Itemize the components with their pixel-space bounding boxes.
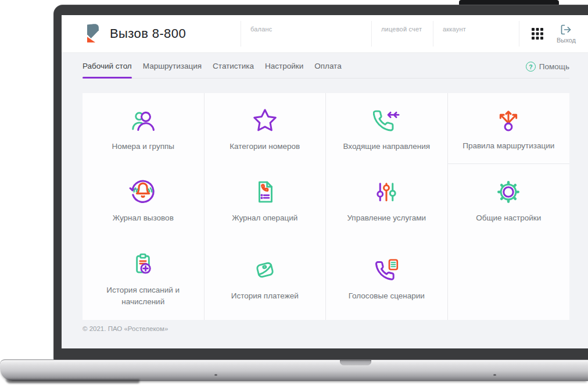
tile-numbers-and-groups[interactable]: Номера и группы bbox=[83, 93, 205, 164]
users-icon bbox=[130, 105, 156, 136]
copyright-text: © 2021. ПАО «Ростелеком» bbox=[83, 325, 588, 332]
tab-statistics[interactable]: Статистика bbox=[213, 62, 254, 78]
tile-label: Общие настройки bbox=[476, 212, 541, 224]
tile-label: История платежей bbox=[231, 290, 299, 302]
wallet-icon bbox=[252, 255, 278, 285]
tile-general-settings[interactable]: Общие настройки bbox=[448, 164, 570, 237]
call-history-icon bbox=[129, 177, 157, 207]
help-label: Помощь bbox=[539, 62, 569, 71]
tile-label: Номера и группы bbox=[112, 141, 174, 152]
tab-dashboard[interactable]: Рабочий стол bbox=[83, 62, 132, 78]
account-field: аккаунт bbox=[433, 21, 519, 47]
brand-logo-icon bbox=[83, 23, 102, 45]
voice-script-icon bbox=[373, 255, 400, 285]
base-shadow bbox=[6, 379, 139, 383]
tile-voice-scenarios[interactable]: Голосовые сценарии bbox=[326, 237, 448, 320]
laptop-base bbox=[0, 359, 588, 381]
dashboard-grid: Номера и группы Категории номеров bbox=[83, 93, 569, 320]
nav-tabs-row: Рабочий стол Маршрутизация Статистика На… bbox=[83, 53, 569, 79]
logout-button[interactable]: Выход bbox=[557, 24, 576, 44]
balance-field: баланс bbox=[241, 21, 371, 47]
header-actions: Выход bbox=[519, 21, 576, 47]
tile-label: Правила маршрутизации bbox=[462, 140, 554, 152]
tile-label: Управление услугами bbox=[347, 212, 426, 224]
tile-call-log[interactable]: Журнал вызовов bbox=[83, 164, 205, 237]
nav-tabs: Рабочий стол Маршрутизация Статистика На… bbox=[83, 62, 569, 78]
operations-document-icon bbox=[252, 177, 278, 207]
tile-label: Категории номеров bbox=[230, 141, 300, 152]
logout-label: Выход bbox=[557, 37, 576, 44]
balance-label: баланс bbox=[250, 26, 371, 33]
logout-icon bbox=[560, 24, 572, 35]
personal-account-field: лицевой счет bbox=[371, 21, 433, 47]
tile-incoming-directions[interactable]: Входящие направления bbox=[326, 93, 448, 164]
help-link[interactable]: ? Помощь bbox=[526, 62, 569, 72]
base-screw bbox=[493, 374, 496, 376]
app-title: Вызов 8-800 bbox=[110, 26, 186, 41]
laptop-latch-notch bbox=[340, 360, 371, 365]
app-header: Вызов 8-800 баланс лицевой счет аккаунт bbox=[62, 15, 588, 53]
tab-routing[interactable]: Маршрутизация bbox=[143, 62, 202, 78]
laptop-screen: Вызов 8-800 баланс лицевой счет аккаунт bbox=[62, 15, 588, 348]
tile-label: Журнал вызовов bbox=[113, 212, 174, 224]
empty-grid-cell bbox=[448, 237, 570, 320]
help-question-icon: ? bbox=[526, 62, 536, 72]
tile-label: История списаний и начислений bbox=[91, 284, 195, 307]
main-area: Рабочий стол Маршрутизация Статистика На… bbox=[62, 53, 588, 348]
tile-number-categories[interactable]: Категории номеров bbox=[205, 93, 327, 164]
route-branch-icon bbox=[495, 105, 522, 135]
star-icon bbox=[252, 105, 278, 136]
account-label: аккаунт bbox=[443, 26, 519, 33]
tile-operations-log[interactable]: Журнал операций bbox=[205, 164, 327, 237]
tile-payment-history[interactable]: История платежей bbox=[205, 237, 327, 320]
tile-service-management[interactable]: Управление услугами bbox=[326, 164, 448, 237]
tile-label: Входящие направления bbox=[343, 141, 430, 152]
brand: Вызов 8-800 bbox=[83, 15, 241, 52]
gear-icon bbox=[495, 177, 522, 207]
tile-charges-history[interactable]: История списаний и начислений bbox=[83, 237, 205, 320]
tile-label: Журнал операций bbox=[232, 212, 297, 224]
base-screw bbox=[214, 374, 217, 376]
laptop-bezel: Вызов 8-800 баланс лицевой счет аккаунт bbox=[53, 5, 588, 361]
apps-grid-button[interactable] bbox=[531, 27, 544, 40]
apps-grid-icon bbox=[531, 27, 544, 40]
sliders-icon bbox=[373, 177, 400, 207]
tab-payment[interactable]: Оплата bbox=[314, 62, 341, 78]
tab-settings[interactable]: Настройки bbox=[265, 62, 303, 78]
clipboard-plus-icon bbox=[130, 249, 156, 279]
tile-routing-rules[interactable]: Правила маршрутизации bbox=[448, 93, 570, 164]
personal-account-label: лицевой счет bbox=[381, 26, 433, 33]
tile-label: Голосовые сценарии bbox=[349, 290, 425, 302]
incoming-call-icon bbox=[373, 105, 400, 136]
screenshot-stage: Вызов 8-800 баланс лицевой счет аккаунт bbox=[0, 0, 588, 388]
